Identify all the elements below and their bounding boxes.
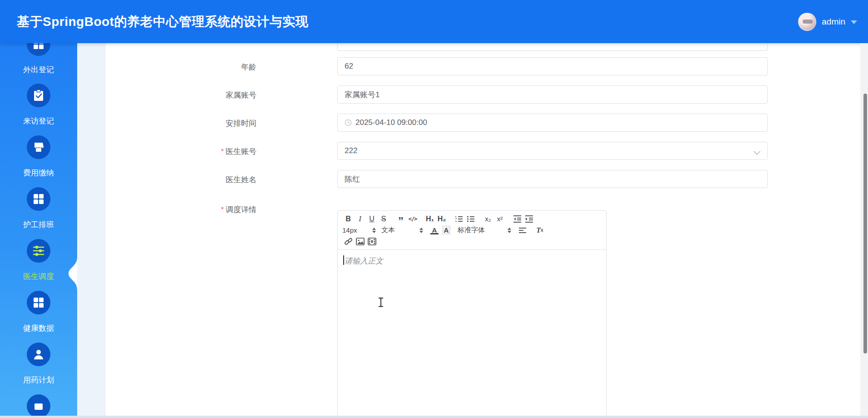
age-field[interactable]: 62: [337, 57, 768, 75]
sidebar-item-label: 健康数据: [0, 323, 77, 333]
bold-button[interactable]: B: [342, 214, 354, 224]
doctor-account-label: *医生账号: [134, 146, 256, 157]
doctor-account-select[interactable]: 222: [337, 142, 768, 160]
family-account-value: 家属账号1: [345, 90, 380, 100]
doctor-name-value: 陈红: [345, 174, 360, 184]
highlight-color-button[interactable]: A: [440, 225, 452, 235]
updown-arrows-icon: [508, 228, 511, 233]
avatar: [798, 13, 816, 31]
schedule-time-value: 2025-04-10 09:00:00: [355, 118, 427, 127]
cropped-field[interactable]: [337, 43, 768, 51]
schedule-time-field[interactable]: 2025-04-10 09:00:00: [337, 114, 768, 132]
italic-button[interactable]: I: [354, 214, 366, 224]
editor-toolbar: B I U S ” </> H₁ H₂ x₂ x²: [338, 211, 606, 250]
outdent-button[interactable]: [511, 214, 523, 224]
clear-format-button[interactable]: Tx: [534, 225, 546, 235]
editor-placeholder: 请输入正文: [345, 256, 383, 266]
text-caret: [343, 255, 344, 265]
text-color-button[interactable]: A: [429, 225, 440, 235]
sidebar-item-label: 用药计划: [0, 375, 77, 385]
scrollbar-track[interactable]: [860, 43, 868, 418]
grid-icon: [27, 291, 50, 314]
header2-button[interactable]: H₂: [436, 214, 448, 224]
superscript-button[interactable]: x²: [494, 214, 506, 224]
header1-button[interactable]: H₁: [424, 214, 436, 224]
blockquote-button[interactable]: ”: [395, 214, 407, 224]
content-gutter: [77, 43, 105, 418]
app-header: 基于SpringBoot的养老中心管理系统的设计与实现 admin: [0, 0, 868, 43]
strike-button[interactable]: S: [378, 214, 390, 224]
ordered-list-button[interactable]: [453, 214, 465, 224]
page-title: 基于SpringBoot的养老中心管理系统的设计与实现: [17, 13, 308, 30]
sidebar-item-health-data[interactable]: 健康数据: [0, 291, 77, 333]
link-button[interactable]: [342, 236, 354, 247]
font-family-picker[interactable]: 标准字体: [458, 225, 511, 235]
family-account-label: 家属账号: [134, 90, 256, 100]
user-icon: [27, 343, 50, 366]
dispatch-detail-label: *调度详情: [134, 204, 256, 215]
age-label: 年龄: [134, 62, 256, 72]
font-size-picker[interactable]: 14px: [342, 225, 376, 235]
username: admin: [822, 17, 845, 27]
clock-icon: [345, 119, 352, 126]
grid-icon: [27, 187, 50, 211]
sidebar-item-label: 来访登记: [0, 116, 77, 126]
doctor-name-field[interactable]: 陈红: [337, 170, 768, 188]
main-content: 年龄 62 家属账号 家属账号1 安排时间 2025-04-10 09:00:0…: [77, 43, 868, 418]
code-block-button[interactable]: </>: [407, 214, 419, 224]
text-cursor: [378, 298, 384, 308]
list-icon: [27, 394, 50, 418]
clipboard-check-icon: [27, 84, 50, 107]
paragraph-style-picker[interactable]: 文本: [381, 225, 423, 235]
chevron-down-icon: [851, 20, 857, 24]
doctor-account-value: 222: [345, 146, 357, 155]
sidebar-nav: 外出登记 来访登记 费用缴纳 护工排班 医生调度 健康数据 用药: [0, 43, 77, 418]
dispatch-detail-editor: B I U S ” </> H₁ H₂ x₂ x²: [337, 210, 607, 418]
age-value: 62: [345, 62, 353, 71]
required-mark: *: [221, 205, 224, 214]
sliders-icon: [27, 239, 50, 263]
subscript-button[interactable]: x₂: [482, 214, 494, 224]
updown-arrows-icon: [372, 228, 376, 233]
taskbar-edge: [0, 416, 868, 418]
user-menu[interactable]: admin: [798, 0, 857, 43]
image-button[interactable]: [354, 236, 366, 247]
wallet-icon: [27, 135, 50, 159]
updown-arrows-icon: [419, 228, 423, 233]
schedule-time-label: 安排时间: [134, 118, 256, 129]
sidebar-item-label: 护工排班: [0, 219, 77, 230]
scrollbar-thumb[interactable]: [863, 94, 867, 353]
doctor-name-label: 医生姓名: [134, 174, 256, 185]
sidebar-item-medication-plan[interactable]: 用药计划: [0, 343, 77, 385]
indent-button[interactable]: [523, 214, 535, 224]
required-mark: *: [221, 147, 224, 156]
sidebar-item-label: 费用缴纳: [0, 168, 77, 178]
video-button[interactable]: [366, 236, 378, 247]
underline-button[interactable]: U: [366, 214, 378, 224]
active-item-notch: [67, 257, 77, 290]
sidebar-item-partial[interactable]: [0, 394, 77, 418]
sidebar-item-label: 医生调度: [0, 271, 77, 282]
family-account-field[interactable]: 家属账号1: [337, 85, 768, 104]
sidebar-item-visit-registration[interactable]: 来访登记: [0, 84, 77, 126]
chevron-down-icon: [755, 148, 760, 154]
sidebar-item-label: 外出登记: [0, 65, 77, 75]
sidebar-item-doctor-dispatch[interactable]: 医生调度: [0, 239, 77, 282]
align-picker[interactable]: [517, 225, 528, 235]
sidebar-item-caregiver-schedule[interactable]: 护工排班: [0, 187, 77, 230]
editor-body[interactable]: 请输入正文: [338, 250, 606, 418]
sidebar-item-fee-payment[interactable]: 费用缴纳: [0, 135, 77, 178]
bullet-list-button[interactable]: [465, 214, 477, 224]
